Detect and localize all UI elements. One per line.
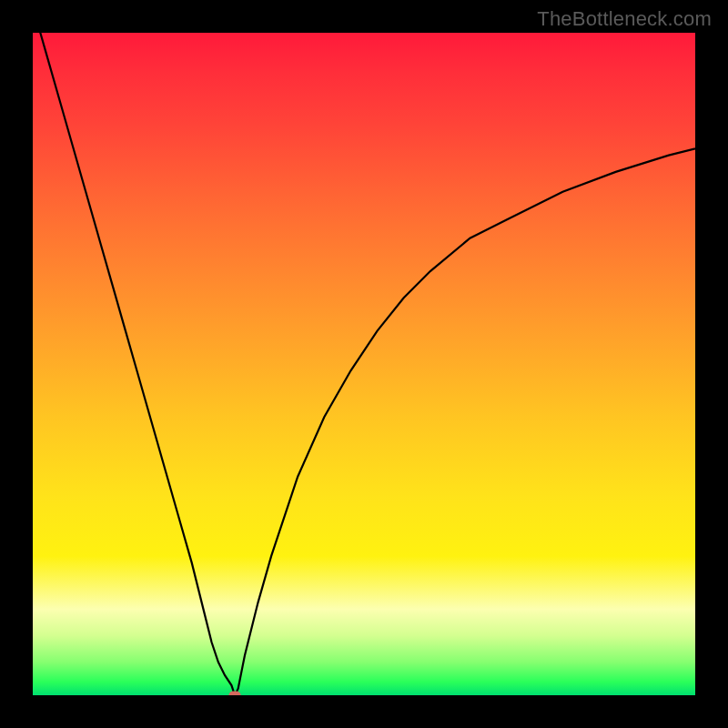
bottleneck-curve — [33, 33, 695, 695]
curve-path — [33, 33, 695, 695]
minimum-marker — [229, 692, 241, 696]
chart-frame: TheBottleneck.com — [0, 0, 728, 728]
plot-area — [33, 33, 695, 695]
watermark-text: TheBottleneck.com — [537, 7, 712, 31]
